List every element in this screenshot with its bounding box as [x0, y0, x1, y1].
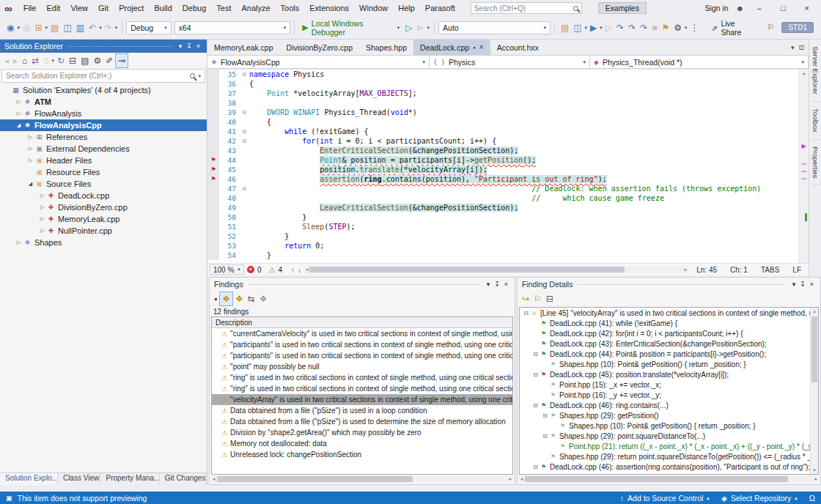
add-to-source-control-button[interactable]: ↑ Add to Source Control ▴ — [620, 494, 710, 503]
finding-row[interactable]: ⚠Unreleased lock: changePositionSection — [212, 449, 512, 460]
bottom-tab-3[interactable]: Property Mana... — [100, 473, 159, 485]
pin-icon[interactable]: ↧ — [492, 281, 502, 288]
description-column-header[interactable]: Description — [212, 317, 512, 328]
scroll-up-icon[interactable]: ▴ — [799, 70, 809, 76]
search-options-icon[interactable]: ▾ — [198, 73, 201, 79]
collapse-box-icon[interactable]: ⊟ — [541, 433, 549, 440]
finding-row[interactable]: ⚠"participants" is used in two critical … — [212, 350, 512, 361]
fold-marker[interactable]: ⊟ — [240, 127, 249, 136]
finding-detail-row[interactable]: ⊟⚑Shapes.hpp (29): getPosition() — [520, 410, 818, 420]
warning-icon[interactable]: ⚠ — [268, 266, 275, 274]
preview-icon[interactable]: ⊸ — [115, 53, 128, 68]
attach-to-process-icon-dropdown[interactable]: ▾ — [427, 21, 431, 34]
finding-row[interactable]: ⚠"participants" is used in two critical … — [212, 339, 512, 350]
tree-item[interactable]: ◢▣Source Files — [0, 178, 207, 190]
menu-file[interactable]: File — [18, 4, 42, 12]
code-line[interactable]: 35⊟namespace Physics — [207, 70, 809, 79]
stop-icon[interactable]: ■ — [649, 21, 659, 34]
pin-icon[interactable]: ↧ — [184, 42, 194, 50]
tab-memoryleak-cpp[interactable]: MemoryLeak.cpp — [207, 40, 280, 55]
finding-row[interactable]: ⚠Data obtained from a file ("pSize") is … — [212, 416, 512, 427]
save-as-icon[interactable]: ◫ — [571, 21, 583, 34]
feedback-flag-icon[interactable]: ⚐ — [767, 23, 775, 32]
tab-account-hxx[interactable]: Account.hxx — [490, 40, 545, 55]
fold-marker[interactable]: ⊟ — [240, 136, 249, 146]
code-line[interactable]: ⚑45 position.translate(*velocityArray[i]… — [207, 165, 809, 174]
finding-detail-row[interactable]: ⚑Shapes.hpp (10): Point& getPosition() {… — [520, 359, 818, 369]
tree-item[interactable]: ▷✚DeadLock.cpp — [0, 190, 207, 201]
examples-badge[interactable]: Examples — [598, 2, 647, 14]
analyze-run-icon[interactable]: ⚑ — [660, 21, 672, 34]
finding-detail-row[interactable]: ⚑DeadLock.cpp (41): while (!exitGame) { — [520, 318, 818, 328]
expand-arrow-icon[interactable]: ▷ — [15, 99, 23, 105]
search-input[interactable] — [474, 4, 573, 12]
code-line[interactable]: 38 — [207, 98, 809, 108]
collapse-all-icon[interactable]: ⊟ — [67, 54, 78, 67]
findings-horizontal-scrollbar[interactable]: ◂▸ — [211, 475, 513, 483]
tree-item[interactable]: ▷❖FlowAnalysis — [0, 108, 207, 119]
window-position-icon[interactable]: ▾ — [485, 281, 493, 288]
navigate-back-icon[interactable]: ◉ — [4, 21, 16, 34]
menu-git[interactable]: Git — [93, 4, 114, 12]
start-without-debugging-icon[interactable]: ▷ — [403, 21, 414, 34]
menu-debug[interactable]: Debug — [177, 4, 211, 12]
finding-detail-row[interactable]: ⚑DeadLock.cpp (42): for(int i = 0; i < p… — [520, 328, 818, 338]
code-line[interactable]: 40 { — [207, 117, 809, 127]
tree-item[interactable]: ▷⊞References — [0, 131, 207, 143]
finding-detail-row[interactable]: ⚑Point.hpp (21): return ((_x - point._x)… — [520, 441, 818, 451]
finding-detail-row[interactable]: ⊟⚑DeadLock.cpp (45): position.translate(… — [520, 369, 818, 379]
select-repository-button[interactable]: ◈ Select Repository ▴ — [721, 494, 798, 503]
collapse-all-icon[interactable]: ⊟ — [544, 292, 556, 305]
finding-row[interactable]: ⚠Data obtained from a file ("pSize") is … — [212, 405, 512, 416]
finding-row[interactable]: ⚠Memory not deallocated: data — [212, 438, 512, 449]
finding-detail-row[interactable]: ⚑DeadLock.cpp (30): if (!condition) { — [520, 472, 818, 475]
platform-dropdown[interactable]: x64▾ — [174, 21, 291, 34]
attach-to-process-icon[interactable]: ⊳ — [414, 21, 426, 34]
code-line[interactable]: 49 LeaveCriticalSection(&changePositionS… — [207, 203, 809, 212]
notifications-bell-icon[interactable]: Ω — [809, 494, 815, 503]
type-dropdown[interactable]: { } Physics▾ — [429, 55, 590, 69]
new-item-icon[interactable]: ▤ — [559, 21, 571, 34]
menu-edit[interactable]: Edit — [41, 4, 65, 12]
tree-item[interactable]: ▷▣Header Files — [0, 155, 207, 166]
finding-row[interactable]: ⚠"currentCameraVelocity" is used in two … — [212, 328, 512, 339]
code-editor[interactable]: 35⊟namespace Physics36{37 Point *velocit… — [207, 70, 809, 263]
close-icon[interactable]: × — [808, 281, 816, 288]
menu-test[interactable]: Test — [211, 4, 236, 12]
window-position-icon[interactable]: ▾ — [177, 42, 185, 50]
code-line[interactable]: 36{ — [207, 79, 809, 89]
code-line[interactable]: 52 } — [207, 231, 809, 241]
code-line[interactable]: 54 } — [207, 251, 809, 260]
collapse-box-icon[interactable]: ⊟ — [531, 351, 540, 357]
float-window-icon[interactable]: ⊡ — [798, 44, 804, 51]
fold-marker[interactable]: ⊟ — [240, 70, 249, 79]
open-file-icon[interactable]: ▤ — [48, 21, 61, 34]
code-line[interactable]: 47⊟ // Deadlock: when assertion fails (t… — [207, 184, 809, 193]
code-line[interactable]: ⚑46 assertion(ring.contains(position), "… — [207, 174, 809, 184]
close-icon[interactable]: × — [194, 42, 202, 50]
expand-arrow-icon[interactable]: ▷ — [26, 134, 34, 140]
show-next-statement-icon[interactable]: ▶ — [588, 21, 599, 34]
step-over-icon[interactable]: ↷ — [626, 21, 638, 34]
bottom-tab-2[interactable]: Class View — [58, 473, 101, 485]
redo-icon[interactable]: ↷ — [103, 21, 114, 34]
start-debugging-button[interactable]: ▶ Local Windows Debugger ▾ — [298, 19, 403, 37]
finding-detail-row[interactable]: ⚑Shapes.hpp (10): Point& getPosition() {… — [520, 420, 818, 431]
pin-icon[interactable]: ↧ — [798, 281, 808, 288]
expand-arrow-icon[interactable]: ◢ — [26, 181, 34, 187]
tree-item[interactable]: ▷✚MemoryLeak.cpp — [0, 213, 207, 225]
panel-tab-toolbox[interactable]: Toolbox — [811, 102, 820, 140]
code-line[interactable]: 48 // which cause game freeze — [207, 193, 809, 203]
collapse-box-icon[interactable]: ⊟ — [531, 371, 540, 378]
close-icon[interactable]: × — [502, 281, 510, 288]
save-all-icon[interactable]: ▥ — [74, 21, 86, 34]
finding-row[interactable]: ⚠"ring" is used in two critical sections… — [212, 383, 512, 394]
finding-detail-row[interactable]: ⊟⚠[Line 45] "velocityArray" is used in t… — [520, 308, 818, 318]
filter-icon[interactable]: ◌ — [41, 54, 51, 67]
home-icon[interactable]: ⌂ — [20, 54, 29, 67]
collapse-box-icon[interactable]: ⊟ — [531, 464, 540, 470]
finding-detail-row[interactable]: ⊟⚑DeadLock.cpp (44): Point& position = p… — [520, 349, 818, 359]
std-profile-button[interactable]: STD1 — [781, 22, 814, 33]
finding-detail-row[interactable]: ⊟⚑Shapes.hpp (29): point.squareDistanceT… — [520, 431, 818, 441]
code-line[interactable]: 41⊟ while (!exitGame) { — [207, 127, 809, 136]
